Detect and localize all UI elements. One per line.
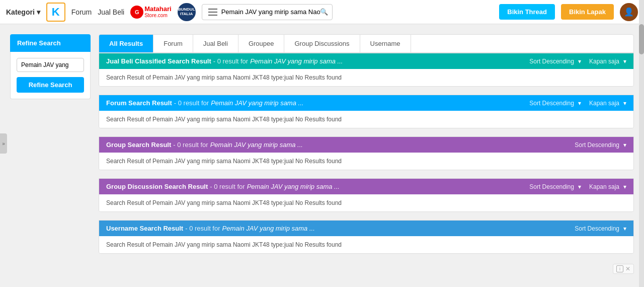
tab-forum[interactable]: Forum bbox=[153, 35, 193, 52]
forum-result-header: Forum Search Result - 0 result for Pemai… bbox=[99, 95, 633, 111]
forum-result: Forum Search Result - 0 result for Pemai… bbox=[99, 95, 634, 128]
jual-beli-link[interactable]: Jual Beli bbox=[98, 8, 124, 16]
forum-result-sort-arrow[interactable]: ▾ bbox=[578, 100, 581, 107]
group-result: Group Search Result - 0 result for Pemai… bbox=[99, 136, 634, 170]
kategori-menu[interactable]: Kategori ▾ bbox=[6, 8, 40, 16]
jual-beli-result-header: Jual Beli Classified Search Result - 0 r… bbox=[99, 53, 633, 69]
tab-username[interactable]: Username bbox=[360, 35, 411, 52]
tab-jual-beli[interactable]: Jual Beli bbox=[193, 35, 238, 52]
ad-box: i ✕ bbox=[613, 264, 634, 274]
forum-result-kapan-arrow[interactable]: ▾ bbox=[623, 100, 626, 107]
group-result-title: Group Search Result bbox=[106, 141, 171, 149]
group-discussion-result-kapan-label: Kapan saja bbox=[589, 183, 619, 190]
group-result-sort-arrow[interactable]: ▾ bbox=[623, 141, 626, 149]
matahari-logo[interactable]: G Matahari Store.com bbox=[130, 6, 171, 19]
jual-beli-result-query: Pemain JAV yang mirip sama ... bbox=[250, 57, 343, 65]
bundul-text: BUNDULITALIA bbox=[178, 8, 195, 17]
left-expand-button[interactable]: » bbox=[0, 133, 7, 154]
username-result-count: - 0 result for bbox=[185, 225, 220, 232]
tab-all-results[interactable]: All Results bbox=[99, 35, 153, 52]
jual-beli-result-title: Jual Beli Classified Search Result bbox=[106, 57, 211, 65]
matahari-text: Matahari bbox=[144, 6, 171, 13]
ad-close-icon[interactable]: ✕ bbox=[625, 265, 630, 272]
refine-search-button[interactable]: Refine Search bbox=[17, 77, 84, 93]
group-discussion-result-sort-label: Sort Descending bbox=[529, 183, 574, 190]
search-icon[interactable]: 🔍 bbox=[320, 8, 328, 16]
group-result-count: - 0 result for bbox=[173, 141, 208, 149]
chevron-down-icon: ▾ bbox=[37, 8, 40, 16]
jual-beli-result-kapan-label: Kapan saja bbox=[589, 58, 619, 65]
scrollbar[interactable] bbox=[639, 0, 644, 281]
username-result-query: Pemain JAV yang mirip sama ... bbox=[222, 225, 315, 232]
forum-result-title: Forum Search Result bbox=[106, 99, 172, 107]
group-result-query: Pemain JAV yang mirip sama ... bbox=[210, 141, 303, 149]
forum-result-sort-label: Sort Descending bbox=[529, 100, 574, 107]
group-discussion-result-count: - 0 result for bbox=[210, 183, 245, 190]
jual-beli-result-sort-arrow[interactable]: ▾ bbox=[578, 58, 581, 65]
bundul-logo[interactable]: BUNDULITALIA bbox=[178, 3, 196, 21]
avatar[interactable]: 👤 bbox=[620, 3, 638, 21]
username-result: Username Search Result - 0 result for Pe… bbox=[99, 220, 634, 254]
refine-search-input[interactable] bbox=[17, 58, 84, 72]
username-result-sort-label: Sort Descending bbox=[575, 225, 619, 232]
jual-beli-result: Jual Beli Classified Search Result - 0 r… bbox=[99, 53, 634, 87]
sidebar-body: Refine Search bbox=[10, 52, 91, 99]
group-discussion-result-kapan-arrow[interactable]: ▾ bbox=[623, 183, 626, 190]
matahari-icon: G bbox=[130, 6, 143, 19]
search-input[interactable] bbox=[221, 8, 320, 16]
username-result-sort-arrow[interactable]: ▾ bbox=[623, 225, 626, 232]
jual-beli-result-count: - 0 result for bbox=[213, 57, 248, 65]
username-result-body: Search Result of Pemain JAV yang mirip s… bbox=[99, 236, 633, 253]
forum-result-count: - 0 result for bbox=[174, 99, 209, 107]
ad-info-icon[interactable]: i bbox=[616, 265, 623, 272]
jual-beli-result-sort-label: Sort Descending bbox=[529, 58, 574, 65]
group-discussion-result-title: Group Discussion Search Result bbox=[106, 183, 208, 190]
group-discussion-result-sort-arrow[interactable]: ▾ bbox=[578, 183, 581, 190]
bikin-lapak-button[interactable]: Bikin Lapak bbox=[561, 4, 614, 20]
search-bar: 🔍 bbox=[202, 4, 333, 20]
hamburger-icon[interactable] bbox=[206, 7, 219, 18]
sidebar: Refine Search Refine Search bbox=[10, 34, 91, 276]
group-discussion-result-header: Group Discussion Search Result - 0 resul… bbox=[99, 179, 633, 194]
matahari-sub: Store.com bbox=[144, 13, 171, 18]
username-result-header: Username Search Result - 0 result for Pe… bbox=[99, 221, 633, 236]
group-result-sort-label: Sort Descending bbox=[575, 141, 619, 149]
logo-k[interactable]: K bbox=[46, 3, 65, 22]
group-result-header: Group Search Result - 0 result for Pemai… bbox=[99, 137, 633, 153]
forum-link[interactable]: Forum bbox=[71, 8, 92, 16]
jual-beli-result-kapan-arrow[interactable]: ▾ bbox=[623, 58, 626, 65]
page-body: Refine Search Refine Search All ResultsF… bbox=[0, 24, 644, 281]
group-discussion-result: Group Discussion Search Result - 0 resul… bbox=[99, 178, 634, 212]
results-area: Jual Beli Classified Search Result - 0 r… bbox=[99, 53, 634, 254]
bikin-thread-button[interactable]: Bikin Thread bbox=[499, 4, 555, 20]
main-content: All ResultsForumJual BeliGroupeeGroup Di… bbox=[99, 34, 634, 276]
tab-group-discussions[interactable]: Group Discussions bbox=[284, 35, 360, 52]
forum-result-kapan-label: Kapan saja bbox=[589, 100, 619, 107]
sidebar-title: Refine Search bbox=[10, 34, 91, 52]
group-discussion-result-body: Search Result of Pemain JAV yang mirip s… bbox=[99, 194, 633, 211]
tabs-bar: All ResultsForumJual BeliGroupeeGroup Di… bbox=[99, 34, 634, 53]
group-discussion-result-query: Pemain JAV yang mirip sama ... bbox=[247, 183, 340, 190]
navbar: Kategori ▾ K Forum Jual Beli G Matahari … bbox=[0, 0, 644, 24]
scrollbar-thumb[interactable] bbox=[639, 24, 644, 54]
ad-area: i ✕ bbox=[99, 262, 634, 276]
group-result-body: Search Result of Pemain JAV yang mirip s… bbox=[99, 153, 633, 170]
jual-beli-result-body: Search Result of Pemain JAV yang mirip s… bbox=[99, 69, 633, 86]
tab-groupee[interactable]: Groupee bbox=[238, 35, 285, 52]
username-result-title: Username Search Result bbox=[106, 225, 183, 232]
forum-result-query: Pemain JAV yang mirip sama ... bbox=[211, 99, 303, 107]
forum-result-body: Search Result of Pemain JAV yang mirip s… bbox=[99, 111, 633, 128]
kategori-label: Kategori bbox=[6, 8, 35, 16]
